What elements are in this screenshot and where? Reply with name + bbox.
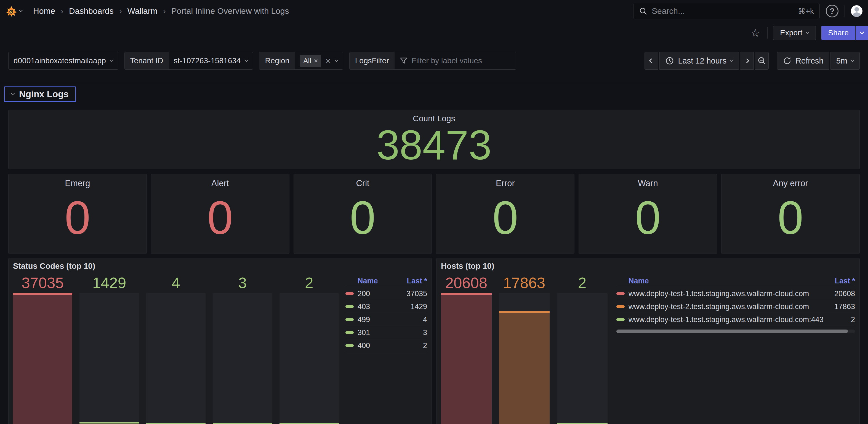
app-variable-value: d0001ainboxatestmailaapp (13, 56, 106, 65)
series-name[interactable]: 403 (358, 303, 405, 311)
stat-panel-title[interactable]: Any error (721, 178, 860, 188)
chevron-left-icon (649, 59, 654, 63)
series-last-value: 2 (845, 315, 855, 324)
legend-row: 200 37035 (345, 287, 427, 300)
bar-gauge-track (146, 293, 206, 424)
legend-row: www.deploy-test-2.test.staging.aws.walla… (616, 300, 855, 313)
series-last-value: 3 (417, 329, 427, 337)
refresh-interval-dropdown[interactable]: 5m (831, 52, 860, 69)
time-shift-forward-button[interactable] (740, 52, 754, 69)
hosts-panel-title[interactable]: Hosts (top 10) (441, 261, 855, 271)
series-name[interactable]: 400 (358, 341, 417, 350)
bar-gauge-fill (80, 422, 139, 424)
bar-gauge-column: 20608 (441, 274, 492, 424)
export-button[interactable]: Export (773, 26, 816, 40)
bar-gauge-value: 4 (146, 274, 206, 292)
tenant-id-dropdown[interactable]: Tenant ID st-107263-1581634 (124, 52, 253, 69)
bar-gauge-edge (499, 311, 550, 313)
legend-name-header[interactable]: Name (358, 277, 378, 285)
series-color-pill (345, 331, 354, 334)
bar-gauge-edge (80, 422, 139, 423)
variables-bar: d0001ainboxatestmailaapp Tenant ID st-10… (0, 44, 868, 69)
bar-gauge-track (441, 293, 492, 424)
hosts-bars: 20608 17863 2 (441, 274, 609, 424)
breadcrumb-link[interactable]: Portal Inline Overview with Logs (171, 6, 289, 16)
share-dropdown-button[interactable] (855, 26, 868, 40)
scrollbar-thumb[interactable] (616, 330, 848, 333)
search-shortcut: ⌘+k (798, 7, 814, 16)
status-codes-panel-title[interactable]: Status Codes (top 10) (13, 261, 427, 271)
grafana-logo[interactable] (5, 5, 22, 17)
breadcrumb-link[interactable]: Dashboards (69, 6, 114, 16)
series-color-pill (345, 305, 354, 308)
stat-panel-title[interactable]: Crit (294, 178, 432, 188)
time-zoom-out-button[interactable] (755, 52, 769, 69)
series-last-value: 2 (417, 341, 427, 350)
app-variable-dropdown[interactable]: d0001ainboxatestmailaapp (8, 52, 118, 69)
export-label: Export (780, 28, 802, 37)
share-button[interactable]: Share (822, 26, 855, 40)
breadcrumb-link[interactable]: Home (33, 6, 55, 16)
series-name[interactable]: www.deploy-test-1.test.staging.aws.walla… (628, 315, 845, 324)
breadcrumb-link[interactable]: Wallarm (127, 6, 158, 16)
bar-gauge-track (279, 293, 339, 424)
bar-gauge-column: 1429 (80, 274, 139, 424)
time-range-picker[interactable]: Last 12 hours (659, 52, 739, 69)
bar-gauge-value: 3 (213, 274, 272, 292)
dashboard-toolbar: ☆ Export Share (0, 22, 868, 44)
bottom-panels-row: Status Codes (top 10) 37035 1429 4 3 (8, 258, 860, 424)
section-title: Nginx Logs (19, 89, 69, 100)
series-name[interactable]: 499 (358, 315, 417, 324)
region-clear-icon[interactable]: × (326, 56, 331, 65)
chevron-down-icon (19, 8, 23, 12)
filter-funnel-icon (400, 57, 408, 65)
series-name[interactable]: www.deploy-test-1.test.staging.aws.walla… (628, 289, 829, 298)
series-last-value: 17863 (829, 303, 855, 311)
region-chip-all[interactable]: All × (300, 55, 321, 67)
legend-header-row: Name Last * (616, 275, 855, 287)
nav-divider (844, 5, 845, 17)
legend-name-header[interactable]: Name (628, 277, 649, 285)
legend-row: 301 3 (345, 326, 427, 339)
tenant-id-label: Tenant ID (125, 52, 169, 69)
legend-horizontal-scrollbar (616, 330, 855, 333)
region-dropdown[interactable]: Region All × × (259, 52, 343, 69)
bar-gauge-track (13, 293, 72, 424)
stat-panel-title[interactable]: Emerg (8, 178, 147, 188)
stat-panel-value: 0 (721, 195, 860, 241)
legend-row: www.deploy-test-1.test.staging.aws.walla… (616, 287, 855, 300)
series-name[interactable]: www.deploy-test-2.test.staging.aws.walla… (628, 303, 829, 311)
time-range-label: Last 12 hours (678, 56, 726, 65)
chip-close-icon[interactable]: × (314, 57, 318, 65)
search-input[interactable] (652, 6, 794, 16)
logs-filter-input[interactable] (412, 56, 511, 65)
stat-panel-title[interactable]: Alert (151, 178, 289, 188)
avatar-head (855, 7, 859, 11)
search-icon (639, 7, 647, 15)
logs-filter-control[interactable]: LogsFilter (349, 52, 516, 69)
refresh-button[interactable]: Refresh (777, 52, 829, 69)
stat-panel-title[interactable]: Warn (579, 178, 717, 188)
count-logs-value: 38473 (8, 124, 860, 166)
top-nav: Home › Dashboards › Wallarm › Portal Inl… (0, 0, 868, 22)
help-button[interactable]: ? (826, 5, 838, 18)
chevron-down-icon (850, 58, 855, 62)
nginx-logs-section-toggle[interactable]: Nginx Logs (4, 86, 76, 102)
grafana-dashboard: Home › Dashboards › Wallarm › Portal Inl… (0, 0, 868, 424)
time-shift-back-button[interactable] (645, 52, 658, 69)
series-name[interactable]: 200 (358, 289, 401, 298)
series-color-pill (345, 344, 354, 347)
chevron-down-icon (335, 58, 339, 62)
legend-last-header[interactable]: Last * (407, 277, 427, 285)
series-name[interactable]: 301 (358, 329, 417, 337)
stat-panel-value: 0 (151, 195, 289, 241)
legend-last-header[interactable]: Last * (835, 277, 855, 285)
section-row: Nginx Logs (4, 86, 864, 102)
user-avatar[interactable] (851, 5, 863, 17)
star-icon[interactable]: ☆ (750, 27, 760, 38)
search-box[interactable]: ⌘+k (633, 3, 820, 19)
stat-panel: Alert 0 (151, 174, 289, 254)
stat-panel-title[interactable]: Error (436, 178, 574, 188)
grafana-flame-icon (5, 5, 17, 17)
legend-row: 400 2 (345, 339, 427, 352)
